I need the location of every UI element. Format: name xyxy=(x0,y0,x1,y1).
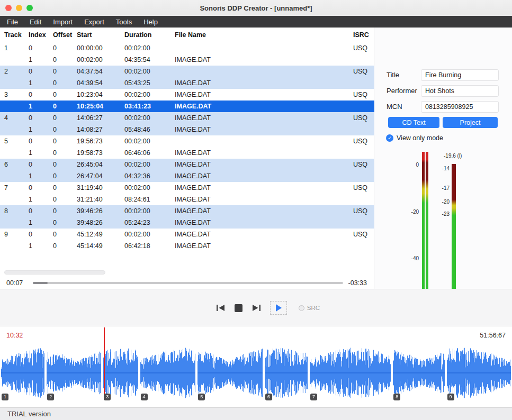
src-radio-icon xyxy=(299,305,304,311)
src-toggle[interactable]: SRC xyxy=(299,305,320,311)
traffic-lights xyxy=(5,0,33,16)
menu-export[interactable]: Export xyxy=(78,17,110,27)
horizontal-scrollbar-thumb[interactable] xyxy=(4,270,105,275)
table-row[interactable]: 90045:12:4900:02:00IMAGE.DATUSQ xyxy=(0,229,374,240)
table-row[interactable]: 50019:56:7300:02:00USQ xyxy=(0,135,374,147)
level-meter-left xyxy=(422,152,425,306)
mcn-input[interactable] xyxy=(421,101,499,113)
title-label: Title xyxy=(387,71,399,79)
table-row[interactable]: 40014:06:2700:02:00IMAGE.DATUSQ xyxy=(0,112,374,124)
play-button[interactable] xyxy=(270,301,287,315)
previous-track-button[interactable] xyxy=(215,304,226,312)
seek-slider-fill xyxy=(33,282,48,284)
performer-input[interactable] xyxy=(421,85,499,97)
title-input[interactable] xyxy=(421,69,499,81)
lr-scale-label: 0 xyxy=(398,162,419,168)
table-header-row: Track Index Offset Start Duration File N… xyxy=(0,28,374,42)
table-row[interactable]: 1000:02:0004:35:54IMAGE.DAT xyxy=(0,54,374,66)
track-table: Track Index Offset Start Duration File N… xyxy=(0,28,374,252)
status-text: TRIAL version xyxy=(7,410,51,418)
performer-label: Performer xyxy=(387,87,417,95)
table-row[interactable]: 70031:19:4000:02:00IMAGE.DATUSQ xyxy=(0,182,374,194)
cd-info-pane: Title Performer MCN CD Text Project ✓ Vi… xyxy=(374,28,512,289)
seek-slider[interactable] xyxy=(33,282,343,284)
col-header-track[interactable]: Track xyxy=(0,28,24,42)
lr-scale-label: -40 xyxy=(398,255,419,261)
col-header-offset[interactable]: Offset xyxy=(49,28,73,42)
next-track-button[interactable] xyxy=(251,304,262,312)
table-row[interactable]: 60026:45:0400:02:00IMAGE.DATUSQ xyxy=(0,159,374,170)
table-row[interactable]: 80039:46:2600:02:00IMAGE.DATUSQ xyxy=(0,205,374,217)
minimize-button[interactable] xyxy=(16,5,22,11)
track-badge: 3 xyxy=(104,394,111,400)
menu-import[interactable]: Import xyxy=(47,17,78,27)
level-meter-right xyxy=(426,152,428,306)
elapsed-time: 00:07 xyxy=(6,279,28,287)
stop-icon xyxy=(235,304,242,312)
transport-bar: SRC xyxy=(0,289,512,326)
menu-file[interactable]: File xyxy=(1,17,24,27)
project-button[interactable]: Project xyxy=(443,117,498,128)
table-row[interactable]: 10000:00:0000:02:00USQ xyxy=(0,42,374,54)
total-duration-label: 51:56:67 xyxy=(480,332,506,339)
playhead-line[interactable] xyxy=(104,327,105,400)
menu-edit[interactable]: Edit xyxy=(24,17,47,27)
table-row[interactable]: 1039:48:2605:24:23IMAGE.DAT xyxy=(0,217,374,229)
level-meter-mono xyxy=(452,164,456,306)
track-list-pane: Track Index Offset Start Duration File N… xyxy=(0,28,374,289)
table-row[interactable]: 1010:25:0403:41:23IMAGE.DAT xyxy=(0,101,374,112)
meter-readout: -19.6 (l) xyxy=(444,153,462,159)
track-badge: 6 xyxy=(265,394,272,400)
table-row[interactable]: 1031:21:4008:24:61IMAGE.DAT xyxy=(0,194,374,205)
table-row[interactable]: 1014:08:2705:48:46IMAGE.DAT xyxy=(0,124,374,135)
view-only-checked-icon: ✓ xyxy=(386,134,393,142)
maximize-button[interactable] xyxy=(26,5,33,11)
close-button[interactable] xyxy=(5,5,12,11)
col-header-filename[interactable]: File Name xyxy=(170,28,349,42)
m-scale-label: -14 xyxy=(428,166,450,171)
table-row[interactable]: 20004:37:5400:02:00USQ xyxy=(0,66,374,77)
waveform-overview-section: 10:32 51:56:67 123456789 xyxy=(0,326,512,400)
track-badge: 8 xyxy=(393,394,400,400)
bottom-gap xyxy=(0,400,512,407)
performer-field-row: Performer xyxy=(374,85,512,97)
view-only-mode-toggle[interactable]: ✓ View only mode xyxy=(386,134,443,142)
waveform-overview[interactable] xyxy=(0,346,512,399)
track-badge: 7 xyxy=(310,394,317,400)
m-scale-label: -17 xyxy=(428,185,450,191)
title-field-row: Title xyxy=(374,69,512,81)
view-only-label: View only mode xyxy=(397,134,443,142)
track-badge: 1 xyxy=(2,394,8,400)
table-row[interactable]: 30010:23:0400:02:00IMAGE.DATUSQ xyxy=(0,89,374,101)
playback-row: 00:07 -03:33 xyxy=(0,277,374,289)
track-badge: 4 xyxy=(141,394,148,400)
src-label: SRC xyxy=(307,305,320,311)
col-header-isrc[interactable]: ISRC xyxy=(349,28,374,42)
remaining-time: -03:33 xyxy=(348,279,367,287)
menu-tools[interactable]: Tools xyxy=(110,17,138,27)
table-row[interactable]: 1026:47:0404:32:36IMAGE.DAT xyxy=(0,170,374,182)
table-row[interactable]: 1004:39:5405:43:25IMAGE.DAT xyxy=(0,77,374,89)
track-badge: 2 xyxy=(47,394,54,400)
play-icon xyxy=(275,304,282,312)
col-header-index[interactable]: Index xyxy=(24,28,49,42)
menu-help[interactable]: Help xyxy=(138,17,164,27)
track-badge: 9 xyxy=(447,394,454,400)
cd-text-button[interactable]: CD Text xyxy=(388,117,439,128)
mcn-label: MCN xyxy=(387,103,402,111)
col-header-start[interactable]: Start xyxy=(73,28,120,42)
track-badge: 5 xyxy=(198,394,205,400)
m-scale-label: -23 xyxy=(428,211,450,217)
table-row[interactable]: 1019:58:7306:46:06IMAGE.DAT xyxy=(0,147,374,159)
mcn-field-row: MCN xyxy=(374,101,512,113)
main-content: Track Index Offset Start Duration File N… xyxy=(0,28,512,289)
window-title: Sonoris DDP Creator - [unnamed*] xyxy=(0,4,512,12)
table-row[interactable]: 1045:14:4906:42:18IMAGE.DAT xyxy=(0,240,374,252)
menubar: FileEditImportExportToolsHelp xyxy=(0,16,512,28)
stop-button[interactable] xyxy=(235,304,242,312)
col-header-duration[interactable]: Duration xyxy=(120,28,170,42)
app-window: Sonoris DDP Creator - [unnamed*] FileEdi… xyxy=(0,0,512,420)
playhead-position-label: 10:32 xyxy=(6,332,23,339)
titlebar: Sonoris DDP Creator - [unnamed*] xyxy=(0,0,512,16)
lr-scale-label: -20 xyxy=(398,209,419,215)
